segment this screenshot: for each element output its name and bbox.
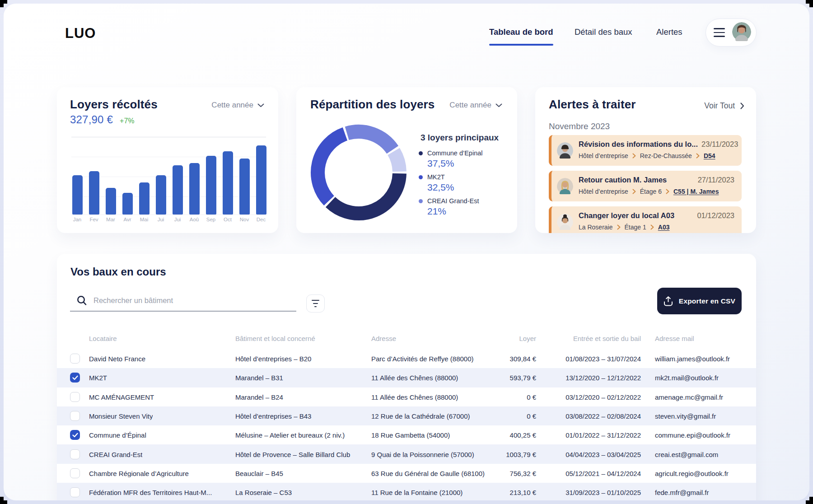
table-row-2[interactable]: MC AMÉNAGEMENTMarandel – B2411 Allée des… (57, 387, 756, 406)
alert-date: 23/11/2023 (701, 140, 738, 149)
chevron-right-icon (632, 153, 636, 159)
search-field[interactable] (70, 290, 296, 312)
legend-label: Commune d’Epinal (427, 149, 483, 157)
cell-locataire: Monsieur Steven Vity (89, 412, 153, 420)
cell-mail: agricult.regio@outlook.fr (655, 469, 729, 477)
avatar-woman-blonde (557, 178, 573, 196)
nav-item-detail-des-baux[interactable]: Détail des baux (575, 27, 632, 37)
corner-artifact-bl-b (0, 497, 4, 504)
legend-percent: 32,5% (427, 182, 483, 193)
table-row-7[interactable]: Fédération MFR des Territoires Haut-M...… (57, 483, 756, 500)
row-checkbox[interactable] (70, 449, 80, 459)
cell-locataire: CREAI Grand-Est (89, 450, 142, 458)
table-row-3[interactable]: Monsieur Steven VityHôtel d’entreprises … (57, 406, 756, 425)
cell-mail: mk2t.mail@outlook.fr (655, 374, 719, 382)
chevron-right-icon (666, 189, 669, 194)
filter-button[interactable] (306, 294, 325, 313)
cell-bail: 01/01/2022 – 31/12/2022 (565, 431, 641, 439)
table-row-5[interactable]: CREAI Grand-EstHôtel de Provence – Salle… (57, 444, 756, 463)
row-checkbox[interactable] (70, 487, 80, 497)
cell-loyer: 0 € (527, 393, 536, 401)
table-row-0[interactable]: David Neto FranceHôtel d’entreprises – B… (57, 349, 756, 368)
table-row-4[interactable]: Commune d’ÉpinalMélusine – Atelier et bu… (57, 425, 756, 444)
alert-item-1[interactable]: Retour caution M. James27/11/2023Hôtel d… (549, 171, 742, 201)
table-row-6[interactable]: Chambre Régionale d’AgricultureBeauclair… (57, 464, 756, 483)
alert-item-0[interactable]: Révision des informations du lo...23/11/… (549, 135, 742, 166)
cell-loyer: 756,32 € (510, 469, 536, 477)
table-row-1[interactable]: MK2TMarandel – B3111 Allée des Chênes (8… (57, 368, 756, 387)
search-icon (76, 295, 88, 306)
active-nav-underline (489, 44, 553, 46)
cell-locataire: David Neto France (89, 355, 145, 363)
chevron-right-icon (740, 103, 744, 109)
repartition-period-value: Cette année (449, 101, 491, 110)
bar-axis-label: Mai (140, 217, 149, 222)
cell-loyer: 0 € (527, 412, 536, 420)
legend-dot (419, 175, 423, 179)
chevron-right-icon (650, 224, 654, 230)
bar-sep-8 (206, 156, 216, 215)
hamburger-icon (714, 28, 725, 37)
row-checkbox[interactable] (70, 373, 80, 383)
cell-bail: 13/12/2020 – 12/12/2022 (565, 374, 641, 382)
chart-gridline (71, 196, 266, 197)
profile-menu-button[interactable] (706, 19, 757, 47)
bar-mai-4 (139, 182, 150, 215)
cell-bail: 04/04/2023 – 03/04/2025 (565, 450, 641, 458)
donut-legend-title: 3 loyers principaux (421, 133, 499, 143)
nav-item-alertes[interactable]: Alertes (656, 27, 682, 37)
cell-bail: 03/08/2022 – 02/08/2024 (565, 412, 641, 420)
cell-mail: fede.mfr@gmail.fr (655, 489, 709, 496)
check-icon (72, 375, 78, 380)
nav-item-tableau-de-bord[interactable]: Tableau de bord (489, 27, 553, 37)
export-csv-label: Exporter en CSV (679, 297, 735, 305)
alertes-card-title: Alertes à traiter (549, 98, 635, 112)
col-header-mail: Adresse mail (655, 335, 694, 342)
legend-item-1: MK2T32,5% (419, 173, 483, 193)
bar-chart: JanFevMarAvrMaiJuiJuiAoûSepOctNovDec (71, 87, 266, 233)
bar-axis-label: Aoû (190, 217, 199, 222)
cell-adresse: 18 Rue Gambetta (54000) (371, 431, 450, 439)
donut-legend: Commune d’Epinal37,5%MK2T32,5%CREAI Gran… (419, 145, 483, 217)
cell-adresse: Parc d’Activités de Reffye (88000) (371, 355, 474, 363)
cell-batiment: Mélusine – Atelier et bureaux (2 niv.) (235, 431, 345, 439)
row-checkbox[interactable] (70, 430, 80, 440)
alert-item-2[interactable]: Changer loyer du local A0301/12/2023La R… (549, 206, 742, 233)
see-all-link[interactable]: Voir Tout (704, 101, 744, 111)
bar-nov-10 (239, 159, 250, 215)
col-header-batiment: Bâtiment et local concerné (235, 335, 315, 342)
alert-crumb: Étage 6 (640, 188, 662, 195)
chevron-right-icon (617, 224, 621, 230)
alerts-month-label: Novembre 2023 (549, 121, 610, 131)
legend-label: MK2T (427, 173, 445, 181)
export-csv-button[interactable]: Exporter en CSV (657, 288, 742, 314)
cell-locataire: Chambre Régionale d’Agriculture (89, 469, 189, 477)
cell-locataire: MK2T (89, 374, 107, 382)
chart-gridline (71, 137, 266, 137)
row-checkbox[interactable] (70, 392, 80, 402)
avatar-woman-bun (557, 214, 573, 232)
col-header-locataire: Locataire (89, 335, 117, 342)
cell-adresse: 11 Rue de la Fontaine (21000) (371, 489, 463, 496)
row-checkbox[interactable] (70, 354, 80, 364)
avatar-man-beanie (557, 142, 573, 160)
row-checkbox[interactable] (70, 411, 80, 421)
corner-artifact-br-b (809, 497, 813, 504)
cell-adresse: 11 Allée des Chênes (88000) (371, 374, 458, 382)
legend-item-2: CREAI Grand-Est21% (419, 197, 483, 217)
table-header-row: Locataire Bâtiment et local concerné Adr… (57, 331, 756, 345)
cell-loyer: 213,10 € (510, 489, 536, 496)
card-repartition-loyers: Répartition des loyers Cette année 3 loy… (296, 87, 517, 233)
col-header-loyer: Loyer (519, 335, 536, 342)
search-input[interactable] (93, 296, 274, 305)
alert-breadcrumb: Hôtel d’entrepriseÉtage 6C55 | M. James (579, 188, 734, 195)
bar-avr-3 (122, 193, 133, 215)
bar-jui-6 (173, 165, 183, 215)
cell-loyer: 1003,79 € (506, 450, 536, 458)
chart-gridline (71, 215, 266, 215)
row-checkbox[interactable] (70, 468, 80, 478)
repartition-period-select[interactable]: Cette année (449, 101, 502, 110)
cell-loyer: 593,79 € (510, 374, 536, 382)
bar-axis-label: Oct (224, 217, 232, 222)
alert-crumb: La Roseraie (579, 224, 613, 231)
